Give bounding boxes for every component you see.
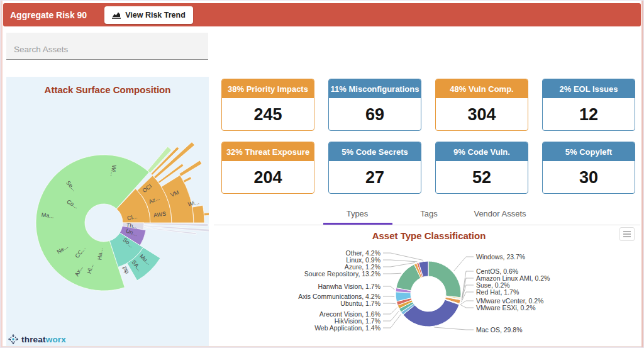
donut-leader-line — [383, 286, 394, 289]
metric-card-header: 5% Copyleft — [543, 142, 635, 161]
tab-vendor-assets[interactable]: Vendor Assets — [474, 209, 526, 218]
metric-card-value: 12 — [543, 98, 635, 131]
attack-surface-panel: Wi...Se...Co...Ma...Ne...CC...Ax...Hi...… — [6, 77, 209, 346]
sunburst-segment[interactable] — [183, 177, 191, 182]
donut-label: Ubuntu, 1.7% — [340, 300, 380, 307]
metric-card-vuln-comp[interactable]: 48% Vuln Comp. 304 — [435, 79, 528, 131]
donut-label: HikVision, 1.7% — [335, 317, 380, 325]
donut-leader-line — [383, 253, 423, 261]
brand-worx: worx — [46, 335, 66, 344]
metric-card-value: 27 — [329, 161, 421, 194]
donut-label: Axis Communications, 4.2% — [298, 293, 380, 300]
donut-label: Arecont Vision, 1.6% — [319, 310, 380, 318]
metric-card-value: 69 — [329, 98, 421, 131]
donut-leader-line — [460, 305, 474, 308]
metric-card-header: 9% Code Vuln. — [436, 142, 528, 161]
metric-card-header: 48% Vuln Comp. — [436, 79, 528, 98]
metric-card-misconfigurations[interactable]: 11% Misconfigurations 69 — [328, 79, 421, 131]
metric-card-copyleft[interactable]: 5% Copyleft 30 — [542, 142, 635, 194]
metric-card-value: 52 — [436, 161, 528, 194]
donut-label: Source Repository, 13.2% — [304, 270, 380, 278]
tab-types[interactable]: Types — [347, 209, 369, 218]
donut-leader-line — [383, 308, 397, 314]
threatworx-logo: threatworx — [8, 334, 66, 344]
metric-card-code-vuln[interactable]: 9% Code Vuln. 52 — [435, 142, 528, 194]
donut-label: Linux, 0.9% — [346, 256, 380, 264]
search-assets-input[interactable] — [6, 33, 208, 60]
metric-card-value: 204 — [222, 161, 314, 194]
attack-surface-sunburst-chart[interactable]: Wi...Se...Co...Ma...Ne...CC...Ax...Hi...… — [6, 77, 209, 346]
donut-leader-line — [383, 296, 394, 297]
asset-type-donut-area: Windows, 23.7%CentOS, 0.6%Amazon Linux A… — [220, 244, 638, 346]
view-risk-trend-button[interactable]: View Risk Trend — [104, 6, 193, 24]
metric-card-header: 32% Threat Exposure — [222, 142, 314, 161]
sunburst-segment[interactable] — [192, 205, 204, 223]
metric-card-header: 11% Misconfigurations — [329, 79, 421, 98]
tabs-divider — [214, 225, 640, 225]
sunburst-segment[interactable] — [179, 160, 202, 176]
donut-label: Web Application, 1.4% — [314, 324, 380, 332]
tab-tags[interactable]: Tags — [420, 209, 437, 218]
metric-card-threat-exposure[interactable]: 32% Threat Exposure 204 — [221, 142, 314, 194]
metric-card-code-secrets[interactable]: 5% Code Secrets 27 — [328, 142, 421, 194]
metric-card-value: 30 — [543, 161, 635, 194]
donut-leader-line — [435, 327, 474, 330]
metric-card-value: 304 — [436, 98, 528, 131]
metric-card-value: 245 — [222, 98, 314, 131]
donut-label: Other, 4.2% — [346, 249, 380, 257]
donut-label: VMware ESXi, 0.2% — [476, 304, 536, 312]
metric-card-header: 38% Priority Impacts — [222, 79, 314, 98]
metric-card-header: 5% Code Secrets — [329, 142, 421, 161]
asset-type-classification-title: Asset Type Classification — [220, 230, 638, 241]
aggregate-risk-title: Aggregate Risk 90 — [10, 10, 87, 20]
donut-leader-line — [383, 262, 415, 267]
view-risk-trend-label: View Risk Trend — [125, 11, 186, 20]
donut-label: Windows, 23.7% — [476, 253, 525, 261]
donut-leader-line — [383, 273, 401, 274]
donut-label: Red Hat, 1.7% — [476, 288, 519, 296]
donut-label: Hanwha Vision, 1.7% — [318, 283, 380, 290]
chart-trend-icon — [112, 11, 121, 19]
metric-card-header: 2% EOL Issues — [543, 79, 635, 98]
brand-text: threatworx — [21, 335, 66, 344]
threatworx-icon — [8, 334, 18, 344]
brand-threat: threat — [21, 335, 46, 344]
metric-card-priority-impacts[interactable]: 38% Priority Impacts 245 — [221, 79, 314, 131]
donut-leader-line — [383, 303, 396, 304]
donut-leader-line — [453, 257, 474, 271]
sunburst-label: Ha... — [96, 248, 104, 261]
donut-leader-line — [383, 311, 399, 321]
attack-surface-title: Attack Surface Composition — [6, 84, 209, 95]
donut-leader-line — [460, 301, 474, 305]
chart-context-menu-icon[interactable] — [619, 227, 635, 241]
asset-type-donut-chart[interactable]: Windows, 23.7%CentOS, 0.6%Amazon Linux A… — [220, 244, 638, 346]
donut-slice[interactable] — [428, 261, 461, 298]
donut-label: Azure, 1.2% — [345, 263, 380, 271]
top-bar: Aggregate Risk 90 View Risk Trend — [3, 3, 641, 26]
donut-label: Mac OS, 29.8% — [476, 326, 523, 334]
donut-leader-line — [383, 260, 418, 262]
sunburst-segment[interactable] — [204, 211, 209, 216]
dashboard-root: Aggregate Risk 90 View Risk Trend Wi...S… — [0, 0, 644, 348]
metric-card-eol-issues[interactable]: 2% EOL Issues 12 — [542, 79, 635, 131]
